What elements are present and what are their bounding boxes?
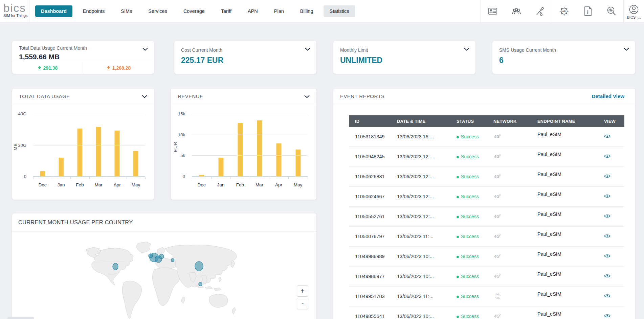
table-row: 11049986977 13/06/2023 10:... Success 4G… xyxy=(349,267,624,287)
y-tick-label: 40G xyxy=(18,111,26,116)
avatar-icon xyxy=(629,4,639,15)
usage-bubble-europe-3[interactable] xyxy=(159,254,164,259)
diagnostics-search-icon[interactable] xyxy=(600,0,623,22)
bar-may xyxy=(295,150,301,176)
x-category-label: Apr xyxy=(269,179,288,187)
y-tick-label: 20G xyxy=(18,142,26,147)
network-4g-icon: 4G xyxy=(493,193,537,201)
event-id: 11049855641 xyxy=(349,314,397,319)
event-id: 11050948245 xyxy=(349,154,397,159)
kpi-value: UNLIMITED xyxy=(340,56,469,65)
chevron-down-icon[interactable] xyxy=(464,46,469,52)
network-2g3g-icon: 2G3G xyxy=(493,292,537,301)
id-card-icon[interactable] xyxy=(481,0,505,22)
x-axis-labels: DecJanFebMarAprMay xyxy=(192,179,308,187)
status-dot-icon xyxy=(457,276,459,278)
nav-item-statistics[interactable]: Statistics xyxy=(324,5,355,17)
view-eye-icon[interactable] xyxy=(601,274,624,279)
event-id: 11049986977 xyxy=(349,274,397,279)
api-gear-icon[interactable]: API xyxy=(552,0,576,22)
user-menu[interactable]: BICS_... xyxy=(624,3,644,19)
network-tools-icon[interactable] xyxy=(528,0,552,22)
view-eye-icon[interactable] xyxy=(601,134,624,139)
col-endpoint: ENDPOINT NAME xyxy=(537,119,601,124)
usage-bubble-eastern-europe[interactable] xyxy=(171,258,174,262)
kpi-value: 1,559.66 MB xyxy=(19,53,147,61)
bar-dec xyxy=(199,175,204,176)
map-zoom-in-button[interactable]: + xyxy=(297,285,308,297)
nav-item-sims[interactable]: SIMs xyxy=(115,5,138,17)
x-category-label: May xyxy=(127,179,145,187)
view-eye-icon[interactable] xyxy=(601,214,624,219)
nav-item-tariff[interactable]: Tariff xyxy=(215,5,237,17)
view-eye-icon[interactable] xyxy=(601,294,624,299)
nav-item-billing[interactable]: Billing xyxy=(294,5,319,17)
chevron-down-icon[interactable] xyxy=(142,93,147,99)
nav-item-services[interactable]: Services xyxy=(142,5,173,17)
land-africa xyxy=(153,268,180,305)
chevron-down-icon[interactable] xyxy=(305,46,310,52)
chart-total-data-usage: TOTAL DATA USAGE MB 40G20G0 DecJanFebMar… xyxy=(12,89,154,200)
event-datetime: 13/06/2023 16:... xyxy=(397,134,457,139)
nav-item-apn[interactable]: APN xyxy=(242,5,264,17)
detailed-view-link[interactable]: Detailed View xyxy=(592,93,624,99)
usage-bubble-europe-4[interactable] xyxy=(149,254,153,258)
document-info-icon[interactable] xyxy=(576,0,600,22)
event-datetime: 13/06/2023 11:... xyxy=(397,294,457,299)
svg-text:API: API xyxy=(562,10,566,13)
header-actions: API BICS_... xyxy=(481,0,644,22)
users-icon[interactable] xyxy=(505,0,528,22)
download-arrow-icon xyxy=(107,66,110,70)
kpi-value: 225.17 EUR xyxy=(181,56,310,65)
download-usage: 1,268.28 xyxy=(83,62,154,74)
status-dot-icon xyxy=(457,176,459,178)
endpoint-name: Paul_eSIM xyxy=(537,287,601,297)
svg-text:2G: 2G xyxy=(496,293,499,296)
usage-bubble-china[interactable] xyxy=(195,261,203,271)
table-row: 11050626831 13/06/2023 12:... Success 4G… xyxy=(349,167,624,187)
x-category-label: May xyxy=(288,179,308,187)
view-eye-icon[interactable] xyxy=(601,234,624,239)
usage-bubble-united-states[interactable] xyxy=(113,263,118,270)
status-dot-icon xyxy=(457,316,459,318)
usage-bubble-southeast-asia[interactable] xyxy=(199,282,202,286)
event-datetime: 13/06/2023 12:... xyxy=(397,174,457,179)
map-zoom-out-button[interactable]: - xyxy=(297,298,308,309)
endpoint-name: Paul_eSIM xyxy=(537,227,601,237)
event-datetime: 13/06/2023 10:... xyxy=(397,254,457,259)
network-4g-icon: 4G xyxy=(493,173,537,181)
nav-item-plan[interactable]: Plan xyxy=(268,5,290,17)
network-4g-icon: 4G xyxy=(493,273,537,280)
chevron-down-icon[interactable] xyxy=(142,46,148,52)
chevron-down-icon[interactable] xyxy=(624,46,629,52)
view-eye-icon[interactable] xyxy=(601,314,624,319)
view-eye-icon[interactable] xyxy=(601,194,624,199)
nav-item-dashboard[interactable]: Dashboard xyxy=(35,5,72,17)
view-eye-icon[interactable] xyxy=(601,154,624,159)
x-category-label: Jan xyxy=(211,179,230,187)
event-status: Success xyxy=(457,314,493,319)
y-tick-label: 10k xyxy=(178,132,185,137)
nav-item-endpoints[interactable]: Endpoints xyxy=(77,5,111,17)
svg-text:4G: 4G xyxy=(494,214,499,219)
view-eye-icon[interactable] xyxy=(601,174,624,179)
endpoint-name: Paul_eSIM xyxy=(537,147,601,157)
partial-bottom-button[interactable] xyxy=(7,317,34,319)
view-eye-icon[interactable] xyxy=(601,254,624,259)
brand-logo[interactable]: bics SIM for Things xyxy=(3,2,27,18)
col-status: STATUS xyxy=(457,119,493,124)
event-id: 11050626831 xyxy=(349,174,397,179)
nav-item-coverage[interactable]: Coverage xyxy=(178,5,210,17)
chevron-down-icon[interactable] xyxy=(304,93,310,99)
bar-jan xyxy=(218,158,223,177)
col-datetime: DATE & TIME xyxy=(397,119,457,124)
network-4g-icon: 4G xyxy=(493,133,537,141)
user-name: BICS_... xyxy=(624,15,644,19)
col-network: NETWORK xyxy=(493,119,537,124)
world-map-svg xyxy=(12,232,316,319)
svg-text:4G: 4G xyxy=(494,194,499,199)
bar-dec xyxy=(40,171,45,176)
col-id: ID xyxy=(349,119,397,124)
world-map[interactable]: + - xyxy=(12,232,316,319)
event-datetime: 13/06/2023 10:... xyxy=(397,274,457,279)
